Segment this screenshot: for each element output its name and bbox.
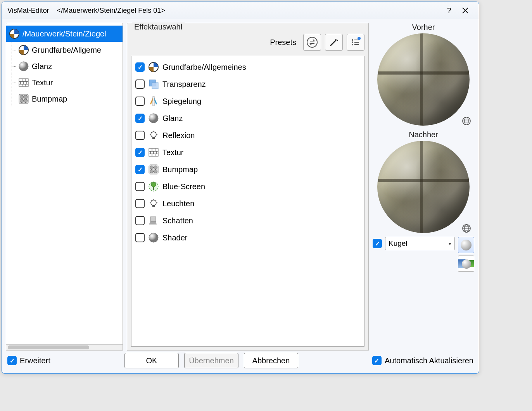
effect-checkbox[interactable] <box>135 131 145 140</box>
preset-row: Presets <box>131 33 364 52</box>
effect-checkbox[interactable] <box>135 182 145 191</box>
effect-item[interactable]: Reflexion <box>134 127 362 144</box>
effect-checkbox[interactable] <box>135 148 145 157</box>
effect-item[interactable]: Schatten <box>134 212 362 229</box>
bump-icon <box>18 93 29 105</box>
svg-rect-13 <box>354 42 359 43</box>
advanced-label: Erweitert <box>20 356 50 365</box>
svg-point-14 <box>352 44 353 45</box>
svg-point-32 <box>151 200 156 206</box>
effect-label: Blue-Screen <box>162 182 205 191</box>
effect-item[interactable]: Textur <box>134 144 362 161</box>
effect-label: Transparenz <box>162 80 206 89</box>
app-name: VisMat-Editor <box>7 7 49 14</box>
effect-item[interactable]: Leuchten <box>134 195 362 212</box>
effect-item[interactable]: Spiegelung <box>134 93 362 110</box>
effect-item[interactable]: Bumpmap <box>134 161 362 178</box>
tree-child[interactable]: Textur <box>6 74 123 91</box>
brick-icon <box>18 77 29 88</box>
tree-child[interactable]: Grundfarbe/Allgeme <box>6 42 123 58</box>
close-icon <box>462 7 469 14</box>
preview-after-globe-button[interactable] <box>461 223 472 234</box>
effect-item[interactable]: Grundfarbe/Allgemeines <box>134 59 362 76</box>
basecolor-icon <box>18 44 29 56</box>
shape-select[interactable]: Kugel ▾ <box>385 237 455 250</box>
effect-label: Reflexion <box>162 131 195 140</box>
effect-item[interactable]: Shader <box>134 229 362 246</box>
svg-point-8 <box>24 99 28 103</box>
ok-button[interactable]: OK <box>124 353 179 368</box>
svg-point-16 <box>358 37 361 40</box>
effect-checkbox[interactable] <box>135 114 145 123</box>
effect-item[interactable]: Blue-Screen <box>134 178 362 195</box>
cancel-button[interactable]: Abbrechen <box>244 353 298 368</box>
tree-item-label: Grundfarbe/Allgeme <box>32 46 101 55</box>
window: VisMat-Editor </Mauerwerk/Stein/Ziegel F… <box>2 2 479 374</box>
tree-pane: /Mauerwerk/Stein/Ziegel Grundfarbe/Allge… <box>6 23 123 351</box>
close-button[interactable] <box>457 3 473 17</box>
help-button[interactable]: ? <box>441 3 457 17</box>
svg-point-5 <box>20 95 24 99</box>
shape-scene-button[interactable] <box>458 256 474 272</box>
effect-label: Spiegelung <box>162 97 201 106</box>
effect-label: Shader <box>162 233 188 242</box>
tree-body: /Mauerwerk/Stein/Ziegel Grundfarbe/Allge… <box>6 23 123 344</box>
preview-before-label: Vorher <box>412 23 435 32</box>
glossy-icon <box>148 112 159 124</box>
svg-rect-15 <box>354 44 359 45</box>
glossy-icon <box>148 232 159 243</box>
svg-rect-33 <box>152 205 155 207</box>
window-title: VisMat-Editor </Mauerwerk/Stein/Ziegel F… <box>7 7 165 15</box>
effect-label: Schatten <box>162 216 193 225</box>
list-icon <box>350 37 361 48</box>
bulb-icon <box>148 198 159 209</box>
effect-label: Glanz <box>162 114 183 123</box>
auto-update-checkbox[interactable] <box>372 356 382 365</box>
tree-root[interactable]: /Mauerwerk/Stein/Ziegel <box>6 26 123 42</box>
shape-row: Kugel ▾ <box>373 237 474 272</box>
effect-checkbox[interactable] <box>135 97 145 106</box>
effect-checkbox[interactable] <box>135 79 145 89</box>
tree-item-label: Textur <box>32 78 53 87</box>
effect-label: Leuchten <box>162 199 194 208</box>
sphere-icon <box>461 240 472 250</box>
tree-child[interactable]: Glanz <box>6 58 123 74</box>
svg-point-35 <box>149 233 158 242</box>
effect-checkbox[interactable] <box>135 62 145 72</box>
sphere-icon <box>462 259 471 269</box>
effect-item[interactable]: Transparenz <box>134 76 362 93</box>
apply-button[interactable]: Übernehmen <box>184 353 238 368</box>
effect-checkbox[interactable] <box>135 165 145 174</box>
effect-checkbox[interactable] <box>135 199 145 208</box>
preview-before-globe-button[interactable] <box>461 116 472 126</box>
bluescreen-icon <box>148 181 159 192</box>
presets-list-button[interactable] <box>347 34 364 51</box>
svg-point-29 <box>154 170 157 173</box>
effect-list: Grundfarbe/AllgemeinesTransparenzSpiegel… <box>131 56 364 347</box>
brick-icon <box>148 147 159 158</box>
effect-label: Textur <box>162 148 183 157</box>
svg-rect-23 <box>152 137 155 139</box>
tree-root-label: /Mauerwerk/Stein/Ziegel <box>22 29 106 38</box>
tree-hscroll[interactable] <box>6 344 123 351</box>
advanced-checkbox[interactable] <box>7 356 17 365</box>
globe-icon <box>462 224 471 233</box>
shape-sphere-button[interactable] <box>458 237 474 253</box>
presets-label: Presets <box>270 38 296 47</box>
presets-reset-button[interactable] <box>303 34 321 51</box>
effect-checkbox[interactable] <box>135 216 145 225</box>
tree-child[interactable]: Bumpmap <box>6 91 123 107</box>
basecolor-icon <box>148 61 159 73</box>
material-path: </Mauerwerk/Stein/Ziegel Fels 01> <box>57 7 165 14</box>
svg-point-2 <box>19 62 28 71</box>
effect-label: Grundfarbe/Allgemeines <box>162 63 246 72</box>
shape-select-value: Kugel <box>389 239 408 248</box>
svg-point-10 <box>352 39 353 41</box>
svg-rect-19 <box>152 83 158 89</box>
svg-point-7 <box>20 99 24 103</box>
shape-checkbox[interactable] <box>373 239 382 248</box>
presets-wand-button[interactable] <box>325 34 343 51</box>
effect-item[interactable]: Glanz <box>134 110 362 127</box>
effect-group-title: Effektauswahl <box>132 22 185 31</box>
effect-checkbox[interactable] <box>135 233 145 242</box>
